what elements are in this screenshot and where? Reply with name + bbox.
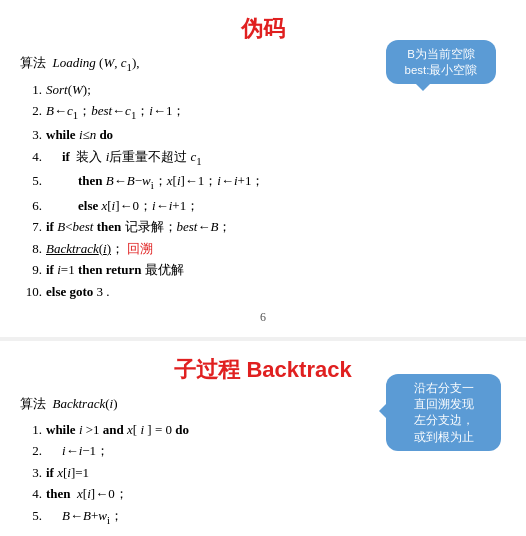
line-item: 6. i←i+1. bbox=[20, 529, 506, 536]
slide-1: 伪码 B为当前空隙best:最小空隙 算法 Loading (W, c1), 1… bbox=[0, 0, 526, 337]
bubble-2: 沿右分支一直回溯发现左分支边，或到根为止 bbox=[386, 374, 501, 450]
page-number: 6 bbox=[20, 310, 506, 325]
line-item: 7. if B<best then 记录解；best←B； bbox=[20, 216, 506, 237]
slide1-lines: 1. Sort(W); 2. B←c1；best←c1；i←1； 3. whil… bbox=[20, 79, 506, 302]
line-item: 10. else goto 3 . bbox=[20, 281, 506, 302]
bubble-1: B为当前空隙best:最小空隙 bbox=[386, 40, 496, 84]
line-item: 3. if x[i]=1 bbox=[20, 462, 506, 483]
line-item: 5. then B←B−wi；x[i]←1；i←i+1； bbox=[20, 170, 506, 194]
line-item: 4. then x[i]←0； bbox=[20, 483, 506, 504]
line-item: 5. B←B+wi； bbox=[20, 505, 506, 529]
line-item: 6. else x[i]←0；i←i+1； bbox=[20, 195, 506, 216]
line-item: 8. Backtrack(i)； 回溯 bbox=[20, 238, 506, 259]
line-item: 9. if i=1 then return 最优解 bbox=[20, 259, 506, 280]
slide-2: 子过程 Backtrack 沿右分支一直回溯发现左分支边，或到根为止 算法 Ba… bbox=[0, 341, 526, 536]
line-item: 3. while i≤n do bbox=[20, 124, 506, 145]
line-item: 2. B←c1；best←c1；i←1； bbox=[20, 100, 506, 124]
line-item: 4. if 装入 i后重量不超过 c1 bbox=[20, 146, 506, 170]
